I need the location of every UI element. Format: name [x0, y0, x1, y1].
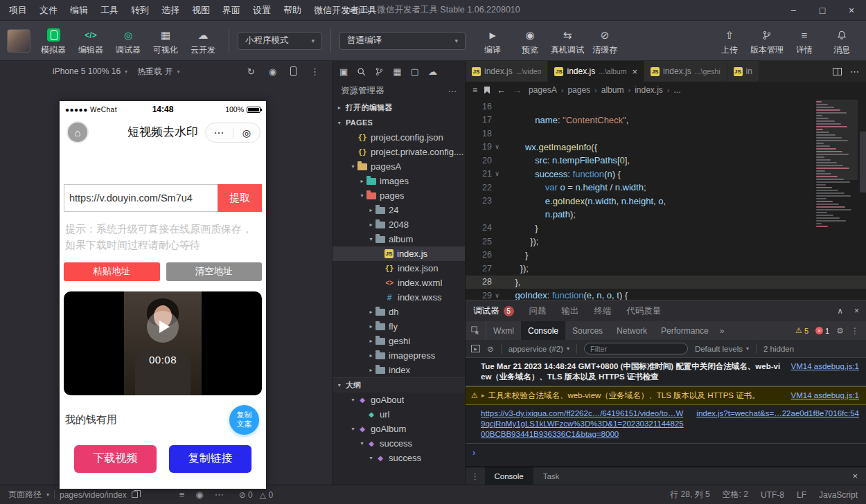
maximize-button[interactable]: □: [808, 0, 837, 20]
expand-icon[interactable]: ▸: [481, 390, 485, 401]
compile-button[interactable]: ▶编译: [475, 26, 510, 56]
breadcrumb-item[interactable]: ...: [673, 85, 680, 95]
tree-item[interactable]: <>index.wxml: [333, 276, 465, 290]
bookmark-icon[interactable]: [484, 87, 490, 94]
breadcrumb-item[interactable]: album: [601, 85, 624, 95]
tree-item[interactable]: ▾◆success: [333, 436, 465, 451]
problems-counts[interactable]: ⊘ 0 △ 0: [239, 490, 273, 500]
download-video-button[interactable]: 下载视频: [74, 445, 157, 473]
clear-console-icon[interactable]: ⊘: [487, 344, 494, 354]
console-prompt[interactable]: ›: [466, 444, 866, 461]
copy-link-button[interactable]: 复制链接: [169, 445, 251, 473]
menu-item[interactable]: 界面: [216, 4, 247, 17]
kebab-menu-icon[interactable]: ⋮: [466, 471, 485, 481]
devtools-tab-sources[interactable]: Sources: [565, 321, 610, 340]
outline-section[interactable]: ▾ 大纲: [333, 377, 465, 393]
menu-item[interactable]: 文件: [33, 4, 64, 17]
console-source-link[interactable]: VM14 asdebug.js:1: [791, 390, 859, 401]
tree-item[interactable]: ▸images: [333, 174, 465, 188]
close-tab-icon[interactable]: ×: [632, 66, 637, 77]
video-player[interactable]: 00:08: [64, 291, 262, 395]
drawer-tab-task[interactable]: Task: [533, 467, 569, 485]
cloud-dev-button[interactable]: ☁云开发: [186, 26, 220, 56]
device-frame-icon[interactable]: [290, 66, 297, 76]
debugger-tab[interactable]: 调试器5: [466, 300, 522, 321]
console-source-link[interactable]: VM14 asdebug.js:1: [791, 361, 859, 372]
overflow-tabs-icon[interactable]: »: [716, 326, 729, 336]
outline-list-icon[interactable]: ≡: [472, 85, 477, 95]
tree-item[interactable]: ▸imagepress: [333, 348, 465, 363]
play-button[interactable]: [147, 311, 179, 343]
log-levels-select[interactable]: Default levels ▾: [695, 345, 749, 353]
tune-icon[interactable]: ≡: [179, 489, 185, 500]
menu-item[interactable]: 编辑: [64, 4, 94, 17]
messages-button[interactable]: 消息: [824, 26, 859, 56]
status-line-col[interactable]: 行 28, 列 5: [670, 489, 709, 501]
remote-debug-button[interactable]: ⇆真机调试: [550, 26, 585, 56]
simulator-button[interactable]: 模拟器: [36, 26, 71, 56]
mode-select[interactable]: 小程序模式 ▾: [238, 32, 322, 50]
details-button[interactable]: ≡详情: [787, 26, 822, 56]
status-language[interactable]: JavaScript: [819, 490, 858, 500]
devtools-tab-wxml[interactable]: Wxml: [486, 321, 521, 340]
debugger-tab[interactable]: 问题: [522, 300, 554, 321]
menu-item[interactable]: 转到: [125, 4, 155, 17]
tree-item[interactable]: ▸fly: [333, 319, 465, 334]
record-icon[interactable]: ◉: [269, 66, 276, 77]
context-select[interactable]: appservice (#2) ▾: [509, 345, 569, 353]
clear-address-button[interactable]: 清空地址: [166, 262, 263, 281]
device-select[interactable]: iPhone 5 100% 16 ▾: [53, 66, 127, 76]
copy-path-icon[interactable]: [132, 492, 138, 498]
devtools-tab-performance[interactable]: Performance: [654, 321, 716, 340]
debugger-tab[interactable]: 输出: [554, 300, 587, 321]
visualizer-button[interactable]: ▦可视化: [148, 26, 183, 56]
tree-item[interactable]: JSindex.js: [333, 246, 465, 261]
preview-button[interactable]: ◉预览: [513, 26, 547, 56]
debugger-tab[interactable]: 代码质量: [619, 300, 669, 321]
split-editor-icon[interactable]: [833, 68, 842, 75]
menu-item[interactable]: 选择: [155, 4, 186, 17]
compile-mode-select[interactable]: 普通编译 ▾: [339, 32, 466, 50]
fold-icon[interactable]: ∨: [492, 170, 502, 177]
warning-count[interactable]: ⚠5: [795, 326, 808, 335]
more-actions-icon[interactable]: ⋯: [215, 489, 224, 500]
back-icon[interactable]: ←: [497, 85, 506, 96]
paste-address-button[interactable]: 粘贴地址: [64, 262, 160, 281]
breadcrumb-item[interactable]: pagesA: [529, 85, 557, 95]
video-url-input[interactable]: [64, 184, 218, 212]
close-panel-icon[interactable]: ×: [854, 306, 859, 316]
tree-item[interactable]: ▸index: [333, 363, 465, 377]
editor-scrollbar[interactable]: [860, 132, 866, 192]
grid-icon[interactable]: ▦: [393, 66, 401, 77]
clear-cache-button[interactable]: ⊘清缓存: [587, 26, 622, 56]
tree-item[interactable]: ▸dh: [333, 305, 465, 319]
tree-item[interactable]: ◆url: [333, 407, 465, 422]
tree-item[interactable]: ▸2048: [333, 217, 465, 232]
copy-caption-button[interactable]: 复制 文案: [229, 405, 259, 435]
kebab-menu-icon[interactable]: ⋮: [310, 66, 319, 77]
tree-item[interactable]: {}project.private.config....: [333, 145, 465, 159]
settings-gear-icon[interactable]: ⚙: [836, 326, 844, 336]
close-button[interactable]: ×: [837, 0, 866, 20]
user-avatar[interactable]: [7, 29, 30, 53]
inspect-element-icon[interactable]: [466, 321, 486, 340]
kebab-menu-icon[interactable]: ⋮: [851, 326, 859, 336]
minimap[interactable]: [816, 100, 858, 298]
editor-tab[interactable]: JSin: [727, 61, 759, 82]
console-source-link[interactable]: index.js?t=wechat&s=…22ae0d1f8e7016fc:54: [696, 408, 859, 419]
minimap-slider[interactable]: [816, 100, 858, 180]
status-eol[interactable]: LF: [797, 490, 806, 500]
project-section[interactable]: ▾ PAGES: [333, 115, 465, 130]
status-indentation[interactable]: 空格: 2: [723, 489, 748, 501]
devtools-tab-network[interactable]: Network: [610, 321, 654, 340]
cloud-icon[interactable]: ☁: [428, 66, 437, 77]
git-branch-icon[interactable]: [375, 67, 384, 76]
menu-item[interactable]: 项目: [3, 4, 33, 17]
home-button[interactable]: ⌂: [67, 121, 89, 143]
drawer-tab-console[interactable]: Console: [485, 467, 533, 485]
menu-item[interactable]: 工具: [94, 4, 125, 17]
fold-icon[interactable]: ∨: [492, 292, 502, 299]
close-drawer-icon[interactable]: ×: [844, 471, 866, 481]
error-count[interactable]: ×1: [815, 327, 829, 335]
tree-item[interactable]: #index.wxss: [333, 290, 465, 305]
